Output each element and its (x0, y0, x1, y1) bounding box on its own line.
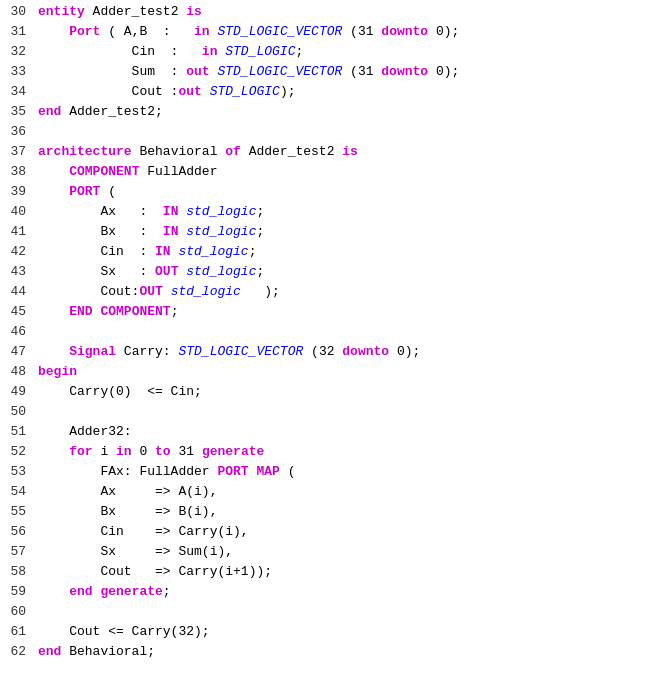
code-line: 46 (0, 322, 654, 342)
line-number: 33 (8, 62, 38, 82)
token-type: std_logic (186, 204, 256, 219)
code-content: END COMPONENT; (38, 302, 646, 322)
token-plain (202, 84, 210, 99)
token-plain: Cout: (38, 284, 139, 299)
code-line: 34 Cout :out STD_LOGIC); (0, 82, 654, 102)
line-number: 38 (8, 162, 38, 182)
token-kw: IN (163, 224, 179, 239)
token-kw: OUT (155, 264, 178, 279)
code-content: Sx => Sum(i), (38, 542, 646, 562)
token-plain: Adder_test2 (85, 4, 186, 19)
token-kw: PORT (69, 184, 100, 199)
code-content: Cin : in STD_LOGIC; (38, 42, 646, 62)
token-kw: downto (381, 64, 428, 79)
code-line: 61 Cout <= Carry(32); (0, 622, 654, 642)
code-line: 44 Cout:OUT std_logic ); (0, 282, 654, 302)
token-kw: downto (381, 24, 428, 39)
code-content: entity Adder_test2 is (38, 2, 646, 22)
token-plain: Bx : (38, 224, 163, 239)
token-plain: (32 (303, 344, 342, 359)
code-line: 41 Bx : IN std_logic; (0, 222, 654, 242)
token-plain: Behavioral; (61, 644, 155, 659)
token-plain: ( (100, 184, 116, 199)
line-number: 59 (8, 582, 38, 602)
code-line: 58 Cout => Carry(i+1)); (0, 562, 654, 582)
code-content: FAx: FullAdder PORT MAP ( (38, 462, 646, 482)
line-number: 53 (8, 462, 38, 482)
token-plain: (31 (342, 64, 381, 79)
line-number: 51 (8, 422, 38, 442)
token-plain: i (93, 444, 116, 459)
code-line: 39 PORT ( (0, 182, 654, 202)
line-number: 32 (8, 42, 38, 62)
token-plain: ( A,B : (100, 24, 194, 39)
code-content: for i in 0 to 31 generate (38, 442, 646, 462)
line-number: 49 (8, 382, 38, 402)
line-number: 37 (8, 142, 38, 162)
token-kw: IN (163, 204, 179, 219)
token-plain (38, 304, 69, 319)
line-number: 35 (8, 102, 38, 122)
code-content: Cout :out STD_LOGIC); (38, 82, 646, 102)
token-kw: entity (38, 4, 85, 19)
code-line: 30entity Adder_test2 is (0, 2, 654, 22)
token-plain: Carry: (116, 344, 178, 359)
token-plain (38, 584, 69, 599)
code-content: Ax : IN std_logic; (38, 202, 646, 222)
token-type: std_logic (186, 264, 256, 279)
line-number: 57 (8, 542, 38, 562)
code-line: 45 END COMPONENT; (0, 302, 654, 322)
line-number: 46 (8, 322, 38, 342)
token-plain: Ax => A(i), (38, 484, 217, 499)
code-content: COMPONENT FullAdder (38, 162, 646, 182)
code-content: Cout:OUT std_logic ); (38, 282, 646, 302)
code-line: 53 FAx: FullAdder PORT MAP ( (0, 462, 654, 482)
token-type: std_logic (178, 244, 248, 259)
token-plain: Ax : (38, 204, 163, 219)
line-number: 47 (8, 342, 38, 362)
token-plain: Adder32: (38, 424, 132, 439)
code-line: 43 Sx : OUT std_logic; (0, 262, 654, 282)
token-plain: Behavioral (132, 144, 226, 159)
line-number: 36 (8, 122, 38, 142)
token-type: STD_LOGIC_VECTOR (178, 344, 303, 359)
token-kw: generate (100, 584, 162, 599)
token-kw: PORT MAP (217, 464, 279, 479)
code-line: 59 end generate; (0, 582, 654, 602)
code-content: end Adder_test2; (38, 102, 646, 122)
token-type: STD_LOGIC_VECTOR (217, 24, 342, 39)
token-type: std_logic (186, 224, 256, 239)
code-content: Signal Carry: STD_LOGIC_VECTOR (32 downt… (38, 342, 646, 362)
token-plain: Adder_test2 (241, 144, 342, 159)
code-content: Bx => B(i), (38, 502, 646, 522)
line-number: 44 (8, 282, 38, 302)
token-kw: end (38, 644, 61, 659)
token-plain: ; (295, 44, 303, 59)
token-plain: ; (256, 204, 264, 219)
token-plain: 0); (389, 344, 420, 359)
token-plain: Cin : (38, 44, 202, 59)
token-kw: in (202, 44, 218, 59)
code-content: Cout => Carry(i+1)); (38, 562, 646, 582)
token-kw: of (225, 144, 241, 159)
code-line: 48begin (0, 362, 654, 382)
line-number: 56 (8, 522, 38, 542)
token-plain: Cin : (38, 244, 155, 259)
token-kw: END COMPONENT (69, 304, 170, 319)
token-plain: Cout : (38, 84, 178, 99)
code-content: end generate; (38, 582, 646, 602)
token-plain: ; (249, 244, 257, 259)
line-number: 52 (8, 442, 38, 462)
line-number: 43 (8, 262, 38, 282)
code-content: begin (38, 362, 646, 382)
code-line: 50 (0, 402, 654, 422)
token-plain: ; (171, 304, 179, 319)
token-kw: to (155, 444, 171, 459)
code-content: Carry(0) <= Cin; (38, 382, 646, 402)
token-kw: in (194, 24, 210, 39)
code-line: 56 Cin => Carry(i), (0, 522, 654, 542)
token-plain (38, 444, 69, 459)
token-plain (163, 284, 171, 299)
token-plain: FullAdder (139, 164, 217, 179)
code-content: end Behavioral; (38, 642, 646, 662)
